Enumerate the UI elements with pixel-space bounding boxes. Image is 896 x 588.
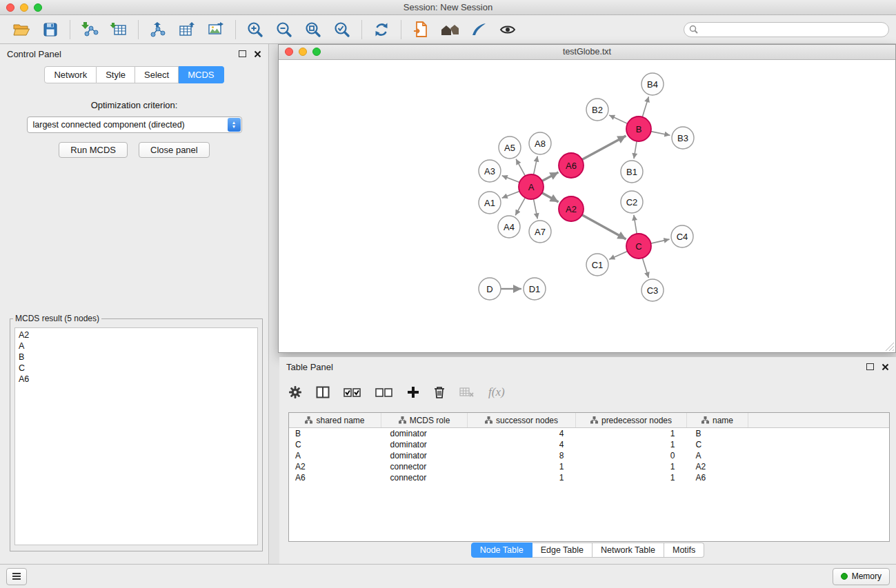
save-session-button[interactable] xyxy=(36,17,65,42)
table-cell[interactable]: A6 xyxy=(687,472,748,483)
network-node-A6[interactable]: A6 xyxy=(559,153,584,178)
network-node-C2[interactable]: C2 xyxy=(621,191,643,213)
network-edge-A-A6[interactable] xyxy=(542,172,559,181)
tab-mcds[interactable]: MCDS xyxy=(179,66,223,83)
table-row[interactable]: Cdominator41C xyxy=(289,439,889,450)
open-session-button[interactable] xyxy=(7,17,36,42)
network-svg[interactable]: AA1A2A3A4A5A6A7A8BB1B2B3B4CC1C2C3C4DD1 xyxy=(279,60,895,352)
delete-columns-button[interactable] xyxy=(433,385,446,399)
table-row[interactable]: A2connector11A2 xyxy=(289,461,889,472)
table-cell[interactable]: connector xyxy=(381,472,468,483)
network-node-A7[interactable]: A7 xyxy=(529,221,551,243)
network-edge-A-A5[interactable] xyxy=(516,159,525,176)
tab-edge-table[interactable]: Edge Table xyxy=(532,543,593,558)
network-node-A2[interactable]: A2 xyxy=(559,196,584,221)
delete-table-button[interactable] xyxy=(459,387,475,398)
table-cell[interactable]: 1 xyxy=(576,461,687,472)
network-node-B2[interactable]: B2 xyxy=(586,99,608,121)
import-table-button[interactable] xyxy=(104,17,133,42)
network-canvas[interactable]: AA1A2A3A4A5A6A7A8BB1B2B3B4CC1C2C3C4DD1 xyxy=(279,60,895,352)
resize-grip-icon[interactable] xyxy=(885,342,895,352)
zoom-in-button[interactable] xyxy=(241,17,270,42)
network-edge-C-C1[interactable] xyxy=(609,251,627,259)
network-edge-C-C4[interactable] xyxy=(651,239,670,243)
tab-style[interactable]: Style xyxy=(97,66,135,83)
close-table-panel-icon[interactable] xyxy=(882,363,889,371)
run-mcds-button[interactable]: Run MCDS xyxy=(59,142,128,158)
float-table-panel-icon[interactable] xyxy=(866,363,874,370)
network-node-A8[interactable]: A8 xyxy=(529,132,551,154)
close-window-button[interactable] xyxy=(6,3,14,12)
table-cell[interactable]: 4 xyxy=(468,428,576,440)
table-cell[interactable]: dominator xyxy=(381,450,468,461)
table-cell[interactable]: 4 xyxy=(468,439,576,450)
table-cell[interactable]: 1 xyxy=(468,461,576,472)
home-button[interactable] xyxy=(435,17,464,42)
table-cell[interactable]: A2 xyxy=(687,461,748,472)
optimization-criterion-dropdown[interactable]: largest connected component (directed) ▲… xyxy=(27,116,242,133)
column-header-MCDS-role[interactable]: MCDS role xyxy=(381,413,468,428)
show-panels-button[interactable] xyxy=(6,568,27,585)
table-cell[interactable]: 1 xyxy=(576,472,687,483)
network-node-A3[interactable]: A3 xyxy=(479,160,501,182)
network-node-B1[interactable]: B1 xyxy=(621,161,643,183)
network-edge-A6-B[interactable] xyxy=(582,136,626,159)
network-edge-A-A2[interactable] xyxy=(542,193,559,202)
table-cell[interactable]: 0 xyxy=(576,450,687,461)
table-cell[interactable]: A2 xyxy=(289,461,381,472)
memory-button[interactable]: Memory xyxy=(833,568,890,585)
network-edge-C-C3[interactable] xyxy=(642,258,648,278)
table-cell[interactable]: C xyxy=(289,439,381,450)
table-cell[interactable]: connector xyxy=(381,461,468,472)
network-node-A4[interactable]: A4 xyxy=(498,216,520,238)
network-edge-A2-C[interactable] xyxy=(582,215,626,239)
network-node-B4[interactable]: B4 xyxy=(641,73,664,95)
export-table-button[interactable] xyxy=(172,17,201,42)
select-all-columns-button[interactable] xyxy=(344,387,361,398)
zoom-fit-button[interactable] xyxy=(299,17,328,42)
network-node-B3[interactable]: B3 xyxy=(672,127,694,149)
export-image-button[interactable] xyxy=(201,17,230,42)
network-edge-B-B3[interactable] xyxy=(651,132,670,136)
mcds-result-list[interactable]: A2ABCA6 xyxy=(14,327,258,545)
network-node-C3[interactable]: C3 xyxy=(641,279,664,301)
table-cell[interactable]: dominator xyxy=(381,439,468,450)
network-node-C1[interactable]: C1 xyxy=(586,254,608,276)
table-cell[interactable]: C xyxy=(687,439,748,450)
table-cell[interactable]: 1 xyxy=(576,428,687,440)
annotations-button[interactable] xyxy=(464,17,493,42)
network-edge-A-A4[interactable] xyxy=(515,198,525,216)
open-network-file-button[interactable] xyxy=(406,17,435,42)
network-edge-B-B1[interactable] xyxy=(634,141,637,159)
table-cell[interactable]: A xyxy=(687,450,748,461)
minimize-network-window-button[interactable] xyxy=(299,48,307,56)
table-cell[interactable]: A xyxy=(289,450,381,461)
network-node-A[interactable]: A xyxy=(519,174,544,199)
table-options-button[interactable] xyxy=(288,385,302,399)
table-row[interactable]: A6connector11A6 xyxy=(289,472,889,483)
close-panel-icon[interactable] xyxy=(254,50,261,58)
tab-network[interactable]: Network xyxy=(44,66,97,83)
apply-layout-button[interactable] xyxy=(367,17,396,42)
column-header-shared-name[interactable]: shared name xyxy=(289,413,381,428)
network-edge-A-A1[interactable] xyxy=(502,191,520,198)
table-cell[interactable]: 8 xyxy=(468,450,576,461)
search-input[interactable] xyxy=(701,24,884,35)
unselect-all-columns-button[interactable] xyxy=(375,387,393,398)
network-edge-A-A7[interactable] xyxy=(534,199,538,219)
network-window-titlebar[interactable]: testGlobe.txt xyxy=(279,45,895,60)
close-network-window-button[interactable] xyxy=(285,48,293,56)
table-cell[interactable]: B xyxy=(687,428,748,440)
export-network-button[interactable] xyxy=(143,17,172,42)
network-node-C[interactable]: C xyxy=(626,234,651,258)
zoom-network-window-button[interactable] xyxy=(312,48,321,56)
zoom-selected-button[interactable] xyxy=(328,17,357,42)
network-node-A5[interactable]: A5 xyxy=(499,136,521,159)
function-builder-button[interactable]: f(x) xyxy=(488,385,505,399)
table-row[interactable]: Adominator80A xyxy=(289,450,889,461)
column-header-predecessor-nodes[interactable]: predecessor nodes xyxy=(576,413,687,428)
table-cell[interactable]: 1 xyxy=(576,439,687,450)
network-edge-B-B2[interactable] xyxy=(609,115,628,123)
show-columns-button[interactable] xyxy=(316,386,330,398)
network-edge-A-A8[interactable] xyxy=(534,156,538,175)
